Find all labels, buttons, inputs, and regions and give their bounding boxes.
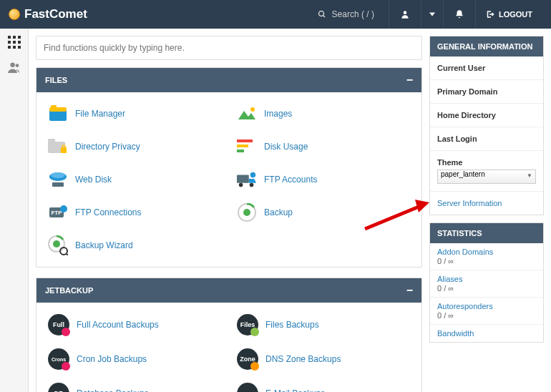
stat-bandwidth[interactable]: Bandwidth	[430, 325, 543, 342]
svg-point-29	[239, 183, 243, 187]
file-manager-link[interactable]: File Manager	[44, 99, 225, 128]
email-backups-link[interactable]: Email E-Mail Backups	[233, 378, 414, 392]
app-label: Web Disk	[75, 175, 112, 185]
ftp-connections-link[interactable]: FTP FTP Connections	[44, 198, 225, 227]
images-link[interactable]: Images	[233, 99, 414, 128]
jb-crons-icon: Crons	[48, 348, 69, 370]
top-search-placeholder: Search ( / )	[332, 9, 374, 19]
backup-wizard-link[interactable]: Backup Wizard	[44, 231, 225, 260]
jb-zone-icon: Zone	[237, 348, 258, 370]
svg-rect-3	[8, 36, 11, 39]
directory-privacy-icon	[48, 137, 68, 157]
app-label: Backup	[264, 207, 293, 217]
backup-link[interactable]: Backup	[233, 198, 414, 227]
svg-point-30	[250, 183, 254, 187]
database-backups-link[interactable]: DB Database Backups	[44, 378, 225, 392]
images-icon	[237, 104, 257, 124]
brand-text: FastComet	[24, 7, 87, 21]
theme-select[interactable]: paper_lantern ▼	[437, 170, 536, 184]
ftp-accounts-link[interactable]: FTP Accounts	[233, 165, 414, 194]
svg-point-36	[243, 209, 250, 216]
user-dropdown-button[interactable]	[421, 0, 443, 29]
svg-point-31	[250, 172, 255, 177]
svg-point-38	[53, 240, 60, 248]
top-bar: FastComet Search ( / ) LOGOUT	[0, 0, 551, 29]
logout-label: LOGOUT	[499, 10, 532, 19]
svg-rect-20	[61, 147, 67, 153]
app-label: File Manager	[75, 109, 125, 119]
svg-rect-16	[51, 105, 57, 108]
svg-rect-10	[13, 46, 16, 49]
app-label: Backup Wizard	[75, 240, 133, 250]
home-directory-label: Home Directory	[437, 111, 536, 119]
svg-rect-4	[13, 36, 16, 39]
right-sidebar: GENERAL INFORMATION Current User Primary…	[429, 29, 551, 392]
brand-logo[interactable]: FastComet	[9, 7, 87, 21]
stat-autoresponders[interactable]: Autoresponders0 / ∞	[430, 298, 543, 325]
apps-grid-button[interactable]	[8, 36, 21, 49]
dns-zone-backups-link[interactable]: Zone DNS Zone Backups	[233, 344, 414, 374]
files-panel: FILES − File Manager Images Directory Pr…	[36, 67, 422, 268]
jetbackup-panel-header[interactable]: JETBACKUP −	[36, 278, 421, 303]
top-search[interactable]: Search ( / )	[318, 9, 389, 19]
svg-rect-8	[18, 41, 21, 44]
svg-rect-11	[18, 46, 21, 49]
stat-aliases[interactable]: Aliases0 / ∞	[430, 270, 543, 298]
app-label: FTP Accounts	[264, 175, 317, 185]
app-label: Cron Job Backups	[77, 354, 147, 364]
collapse-icon: −	[406, 284, 413, 297]
svg-line-1	[323, 16, 325, 18]
svg-rect-6	[8, 41, 11, 44]
jb-db-icon: DB	[48, 383, 69, 392]
users-button[interactable]	[7, 62, 21, 73]
svg-point-12	[10, 63, 14, 67]
disk-usage-link[interactable]: Disk Usage	[233, 132, 414, 161]
stat-addon-domains[interactable]: Addon Domains0 / ∞	[430, 243, 543, 270]
server-information-link[interactable]: Server Information	[430, 192, 543, 215]
grid-icon	[8, 36, 21, 49]
web-disk-link[interactable]: Web Disk	[44, 165, 225, 194]
backup-wizard-icon	[48, 235, 68, 255]
jb-files-icon: Files	[237, 314, 258, 335]
files-panel-header[interactable]: FILES −	[36, 68, 421, 92]
notifications-button[interactable]	[444, 0, 475, 29]
cron-job-backups-link[interactable]: Crons Cron Job Backups	[44, 344, 225, 374]
full-account-backups-link[interactable]: Full Full Account Backups	[44, 310, 225, 340]
app-label: Disk Usage	[264, 142, 308, 152]
general-info-panel: GENERAL INFORMATION Current User Primary…	[429, 36, 544, 215]
bell-icon	[454, 9, 464, 19]
app-label: FTP Connections	[75, 207, 142, 217]
svg-rect-22	[237, 139, 253, 142]
svg-rect-7	[13, 41, 16, 44]
svg-point-13	[15, 64, 19, 67]
directory-privacy-link[interactable]: Directory Privacy	[44, 132, 225, 161]
app-label: E-Mail Backups	[265, 388, 325, 392]
file-manager-icon	[48, 104, 68, 124]
app-label: DNS Zone Backups	[265, 354, 341, 364]
chevron-down-icon: ▼	[527, 172, 532, 179]
search-icon	[318, 10, 326, 19]
files-panel-title: FILES	[45, 76, 67, 84]
ftp-accounts-icon	[237, 170, 257, 190]
app-label: Database Backups	[77, 388, 149, 392]
logout-button[interactable]: LOGOUT	[476, 0, 542, 29]
svg-rect-27	[52, 182, 64, 187]
files-backups-link[interactable]: Files Files Backups	[233, 310, 414, 340]
user-icon	[400, 9, 410, 19]
jb-email-icon: Email	[237, 383, 258, 392]
app-label: Files Backups	[265, 320, 319, 330]
jetbackup-panel: JETBACKUP − Full Full Account Backups Fi…	[36, 278, 422, 392]
svg-point-34	[60, 205, 67, 212]
last-login-label: Last Login	[437, 134, 536, 143]
logo-icon	[9, 9, 20, 20]
svg-point-17	[250, 107, 255, 112]
svg-rect-24	[237, 150, 244, 152]
users-icon	[7, 62, 21, 73]
jetbackup-panel-title: JETBACKUP	[45, 286, 93, 295]
theme-label: Theme	[437, 158, 536, 167]
svg-rect-19	[48, 139, 55, 142]
collapse-icon: −	[406, 74, 413, 87]
user-menu-button[interactable]	[389, 0, 421, 29]
quick-search-input[interactable]	[36, 36, 422, 60]
web-disk-icon	[48, 170, 68, 190]
